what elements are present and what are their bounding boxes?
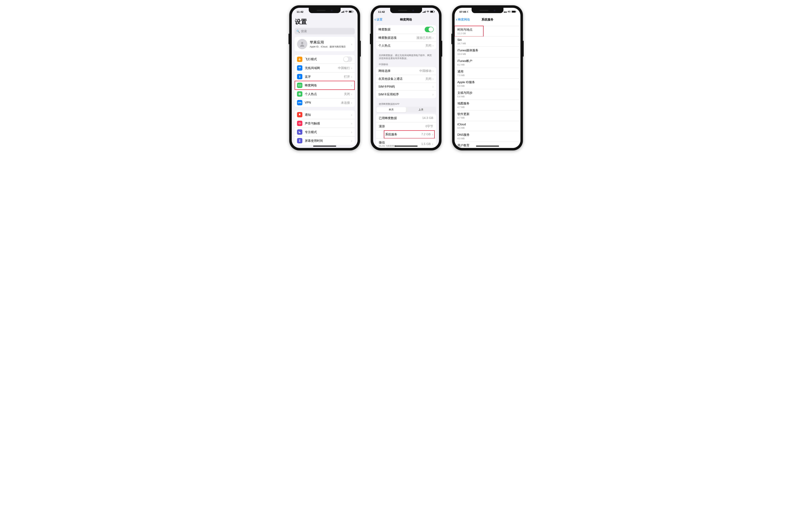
row-label: 蓝牙 [305, 75, 344, 79]
phone-settings-root: 11:42 设置 🔍 搜索 苹果应用 Apple [289, 5, 360, 150]
cellular-group-1: 蜂窝数据蜂窝数据选项漫游已关闭›个人热点关闭› [376, 25, 436, 49]
home-indicator[interactable] [476, 146, 499, 147]
settings-row-屏幕使用时间[interactable]: 屏幕使用时间› [295, 136, 355, 145]
service-row-通用: 通用7.5 MB [455, 68, 520, 79]
row-value: 打开 [344, 75, 350, 79]
chevron-icon: › [351, 113, 352, 117]
profile-row[interactable]: 苹果应用 Apple ID、iCloud、媒体与购买项目 › [295, 37, 355, 51]
system-services-list: 时间与地点12.2 GBSiri16.7 MBiTunes媒体服务10.8 MB… [455, 26, 520, 148]
row-label: 地图服务 [458, 101, 469, 106]
row-label: 专注模式 [305, 130, 351, 134]
chevron-icon: › [432, 92, 434, 96]
group3-header: 使用蜂窝数据的APP [373, 102, 439, 107]
settings-row-无线局域网[interactable]: 无线局域网中国银行› [295, 63, 355, 72]
signal-icon [341, 11, 344, 13]
dnd-moon-icon: ☾ [467, 10, 469, 13]
row-label: iTunes帐户 [458, 59, 472, 63]
service-row-地图服务: 地图服务4.7 MB [455, 100, 520, 110]
back-label: 设置 [377, 18, 382, 22]
row-value: 16.7 MB [458, 42, 466, 45]
row-在其他设备上通话[interactable]: 在其他设备上通话关闭› [376, 75, 436, 83]
home-indicator[interactable] [313, 146, 336, 147]
row-label: 个人热点 [305, 92, 344, 96]
row-SIM卡PIN码[interactable]: SIM卡PIN码› [376, 83, 436, 90]
service-row-Apple ID服务: Apple ID服务6.9 MB [455, 79, 520, 89]
settings-row-通知[interactable]: 通知› [295, 111, 355, 119]
segmented-control[interactable]: 本月 上月 [376, 107, 436, 113]
row-value: 8.2 MB [458, 63, 465, 66]
row-网络选择[interactable]: 网络选择中国移动› [376, 67, 436, 75]
row-label: 通用 [458, 69, 463, 73]
svg-rect-2 [353, 11, 353, 12]
hotspot-icon [297, 91, 302, 97]
settings-row-蜂窝网络[interactable]: 蜂窝网络› [295, 81, 355, 90]
search-input[interactable]: 🔍 搜索 [295, 28, 355, 34]
profile-group: 苹果应用 Apple ID、iCloud、媒体与购买项目 › [295, 37, 355, 51]
chevron-icon: › [351, 75, 352, 79]
row-value: 关闭 [344, 92, 350, 96]
service-row-iTunes帐户: iTunes帐户8.2 MB [455, 57, 520, 68]
phone-system-services: 07:05 ☾ 4G ‹ 蜂窝网络 系统服务 时间与地点12.2 GBSiri1… [452, 5, 523, 150]
row-个人热点[interactable]: 个人热点关闭› [376, 41, 436, 49]
row-label: iCloud [458, 123, 466, 126]
toggle[interactable] [425, 27, 434, 32]
row-SIM卡应用程序[interactable]: SIM卡应用程序› [376, 90, 436, 98]
chevron-icon: › [351, 92, 352, 96]
svg-rect-1 [349, 11, 352, 12]
settings-row-声音与触感[interactable]: 声音与触感› [295, 119, 355, 128]
svg-rect-12 [516, 11, 516, 12]
status-time: 07:05 [460, 10, 466, 13]
service-row-时间与地点: 时间与地点12.2 GB [455, 26, 520, 36]
chevron-left-icon: ‹ [456, 17, 458, 22]
service-row-用户教育: 用户教育3.6 MB [455, 142, 520, 148]
row-value: 7.2 GB [421, 132, 431, 136]
wifi-icon [427, 10, 429, 13]
notch [390, 8, 422, 13]
profile-name: 苹果应用 [310, 40, 346, 45]
row-label: 系统服务 [385, 132, 421, 137]
row-label: 文稿与同步 [458, 91, 472, 95]
chevron-icon: › [432, 69, 434, 73]
status-time: 11:42 [297, 10, 303, 13]
row-value: 4.7 MB [458, 106, 465, 109]
dual-signal-icon [504, 11, 507, 13]
usage-list: 已用蜂窝数据14.3 GB漫游0字节系统服务7.2 GB›微信WLAN 与蜂窝网… [376, 114, 436, 148]
bt-icon [297, 74, 302, 79]
chevron-icon: › [351, 42, 352, 46]
chevron-icon: › [432, 132, 433, 137]
settings-row-飞行模式[interactable]: 飞行模式 [295, 55, 355, 63]
carrier-group: 网络选择中国移动›在其他设备上通话关闭›SIM卡PIN码›SIM卡应用程序› [376, 67, 436, 98]
service-row-iCloud: iCloud4.5 MB [455, 121, 520, 131]
chevron-icon: › [432, 142, 433, 146]
chevron-icon: › [432, 85, 434, 89]
group1-footer: 关闭蜂窝数据，通过无线局域网使用电子邮件、网页浏览和推送通知等所有数据。 [373, 53, 439, 62]
home-indicator[interactable] [395, 146, 417, 147]
row-value: 未连接 [341, 101, 350, 105]
row-label: 屏幕使用时间 [305, 139, 351, 143]
signal-icon [423, 11, 426, 13]
seg-last-month[interactable]: 上月 [406, 107, 436, 112]
battery-icon [349, 10, 353, 13]
settings-row-VPN[interactable]: VPNVPN未连接› [295, 98, 355, 107]
row-label: 蜂窝数据选项 [378, 36, 416, 40]
settings-row-专注模式[interactable]: 专注模式› [295, 128, 355, 136]
vpn-icon: VPN [297, 100, 302, 105]
back-button[interactable]: ‹ 蜂窝网络 [456, 17, 470, 22]
row-label: 飞行模式 [305, 57, 343, 61]
row-value: 3.6 MB [458, 148, 465, 148]
status-time: 11:42 [378, 10, 385, 13]
moon-icon [297, 129, 302, 135]
row-蜂窝数据[interactable]: 蜂窝数据 [376, 25, 436, 34]
svg-rect-11 [512, 11, 515, 12]
back-button[interactable]: ‹ 设置 [375, 17, 382, 22]
usage-row-漫游: 漫游0字节 [376, 122, 436, 130]
toggle[interactable] [343, 56, 352, 62]
row-value: 5.6 MB [458, 95, 465, 98]
settings-row-个人热点[interactable]: 个人热点关闭› [295, 90, 355, 98]
settings-row-蓝牙[interactable]: 蓝牙打开› [295, 72, 355, 81]
seg-this-month[interactable]: 本月 [376, 107, 406, 112]
usage-row-系统服务[interactable]: 系统服务7.2 GB› [376, 130, 436, 139]
row-label: 个人热点 [378, 43, 425, 48]
row-value: 7.5 MB [458, 74, 465, 77]
row-蜂窝数据选项[interactable]: 蜂窝数据选项漫游已关闭› [376, 34, 436, 41]
